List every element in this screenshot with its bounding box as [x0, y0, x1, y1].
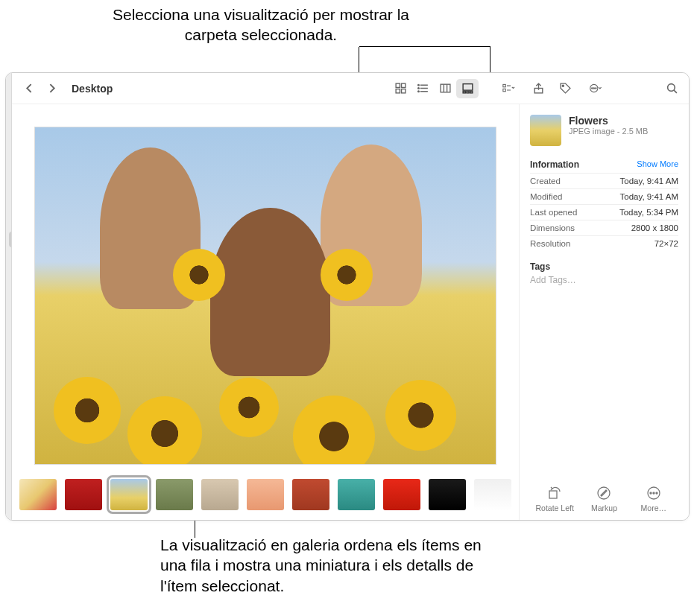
svg-rect-27 [503, 89, 505, 91]
window-title: Desktop [72, 83, 113, 95]
thumbnail[interactable] [292, 479, 329, 510]
show-more-link[interactable]: Show More [637, 159, 678, 170]
share-button[interactable] [529, 79, 548, 98]
info-row: CreatedToday, 9:41 AM [530, 173, 678, 188]
icloud-header: iCloud [6, 176, 12, 191]
file-subtitle: JPEG image - 2.5 MB [569, 127, 648, 136]
info-key: Created [530, 177, 561, 185]
preview-pane [12, 104, 519, 472]
callout-connector [359, 46, 490, 76]
thumbnail[interactable] [201, 479, 239, 510]
svg-point-16 [418, 84, 420, 86]
thumbnail[interactable] [429, 479, 466, 510]
svg-rect-23 [463, 92, 465, 93]
svg-point-35 [596, 88, 596, 89]
svg-point-39 [598, 487, 610, 499]
svg-rect-25 [470, 92, 473, 93]
icon-view-button[interactable] [389, 79, 411, 98]
thumbnail[interactable] [19, 479, 57, 510]
thumbnail[interactable] [383, 479, 420, 510]
content-area: Flowers JPEG image - 2.5 MB Information … [12, 104, 689, 520]
info-key: Resolution [530, 239, 570, 248]
search-button[interactable] [662, 79, 681, 98]
callout-top: Selecciona una visualització per mostrar… [112, 4, 410, 45]
tags-button[interactable] [555, 79, 575, 98]
svg-rect-10 [402, 83, 406, 87]
info-value: Today, 9:41 AM [620, 192, 678, 201]
main-area: Desktop [12, 73, 689, 520]
column-view-button[interactable] [434, 79, 456, 98]
svg-point-17 [418, 88, 420, 89]
gallery-view-button[interactable] [456, 79, 479, 98]
info-key: Last opened [530, 208, 577, 217]
more-actions-button[interactable] [582, 79, 608, 98]
action-label: More… [641, 504, 666, 512]
info-key: Dimensions [530, 223, 575, 232]
file-name: Flowers [569, 115, 648, 127]
info-row: ModifiedToday, 9:41 AM [530, 188, 678, 204]
group-by-button[interactable] [496, 79, 521, 98]
inspector-thumbnail [530, 115, 561, 146]
thumbnail[interactable] [474, 479, 511, 510]
tags-section-title: Tags [530, 261, 678, 272]
action-label: Rotate Left [535, 504, 573, 512]
add-tags-field[interactable]: Add Tags… [530, 275, 678, 285]
forward-button[interactable] [42, 79, 61, 98]
svg-line-37 [674, 90, 677, 93]
locations-header: Locations [6, 263, 12, 278]
thumbnail[interactable] [247, 479, 284, 510]
info-row: Last openedToday, 5:34 PM [530, 204, 678, 220]
svg-point-42 [653, 492, 654, 494]
info-value: Today, 9:41 AM [620, 177, 678, 185]
thumbnail[interactable] [156, 479, 193, 510]
tags-header: Tags [6, 278, 12, 293]
window-controls [6, 77, 12, 98]
preview-image[interactable] [34, 127, 496, 465]
favorites-header: Favorites [6, 98, 12, 113]
finder-window: Favorites AirDropRecentsApplicationsDown… [5, 72, 690, 521]
thumbnail[interactable] [338, 479, 375, 510]
quick-actions: Rotate Left Markup More… [530, 478, 678, 512]
thumbnail[interactable] [110, 479, 148, 510]
svg-rect-22 [463, 84, 473, 91]
svg-point-31 [562, 85, 564, 86]
markup-action[interactable]: Markup [580, 486, 628, 512]
gallery-area [12, 104, 519, 520]
thumbnail-strip [12, 472, 519, 520]
toolbar: Desktop [12, 73, 689, 104]
svg-point-34 [593, 88, 594, 89]
info-key: Modified [530, 192, 562, 201]
inspector-panel: Flowers JPEG image - 2.5 MB Information … [519, 104, 689, 520]
callout-bottom: La visualització en galeria ordena els í… [160, 535, 503, 596]
svg-rect-11 [396, 89, 400, 93]
view-mode-group [388, 78, 479, 99]
rotate-left-action[interactable]: Rotate Left [531, 486, 578, 512]
info-section-title: Information [530, 159, 579, 170]
thumbnail[interactable] [65, 479, 102, 510]
svg-point-36 [667, 84, 675, 92]
svg-rect-38 [549, 491, 557, 498]
more-action[interactable]: More… [630, 486, 678, 512]
info-row: Resolution72×72 [530, 235, 678, 251]
info-value: 72×72 [654, 239, 678, 248]
svg-point-33 [592, 88, 593, 89]
svg-rect-9 [396, 83, 400, 87]
svg-rect-26 [503, 84, 505, 86]
info-row: Dimensions2800 x 1800 [530, 220, 678, 235]
info-value: 2800 x 1800 [631, 223, 678, 232]
svg-rect-19 [441, 84, 450, 92]
action-label: Markup [591, 504, 617, 512]
svg-rect-12 [402, 89, 406, 93]
svg-point-18 [418, 91, 420, 92]
info-value: Today, 5:34 PM [619, 208, 678, 217]
sidebar: Favorites AirDropRecentsApplicationsDown… [6, 73, 12, 520]
svg-point-41 [650, 492, 652, 494]
list-view-button[interactable] [411, 79, 434, 98]
svg-point-43 [656, 492, 657, 494]
svg-rect-24 [467, 92, 469, 93]
back-button[interactable] [19, 79, 39, 98]
